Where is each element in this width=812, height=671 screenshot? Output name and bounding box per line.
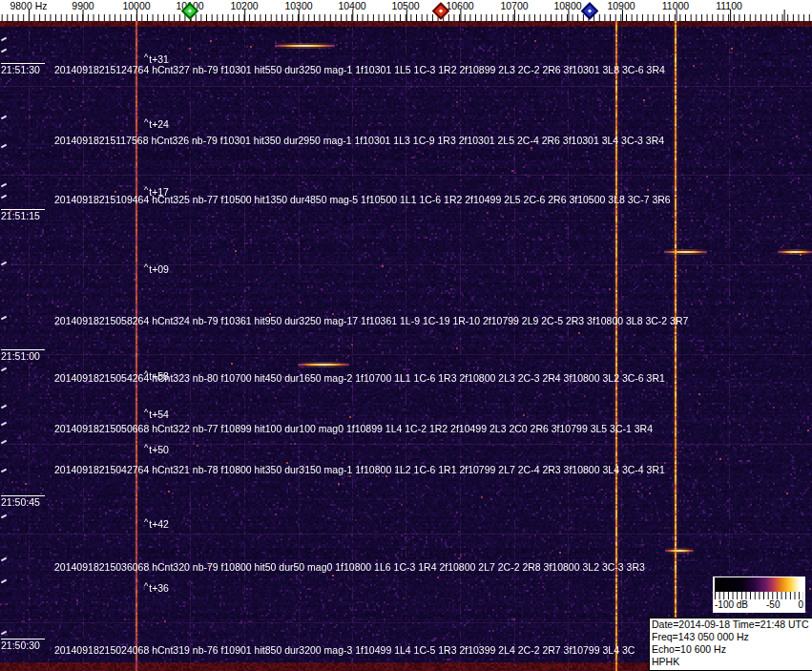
event-caret-icon: ^: [144, 581, 148, 591]
freq-axis-label: 10500: [391, 0, 419, 11]
event-offset-label: t+54: [149, 409, 169, 420]
event-offset-label: t+50: [149, 444, 169, 455]
freq-axis-label: 10400: [338, 0, 365, 11]
event-offset-label: t+36: [149, 582, 169, 594]
freq-axis-label: 11000: [662, 0, 689, 11]
info-echo: Echo=10 600 Hz: [652, 643, 812, 656]
freq-axis-label: 9800 Hz: [10, 0, 47, 11]
db-scale-ticks: [715, 592, 803, 599]
freq-axis-label: 10900: [607, 0, 635, 11]
event-time-tag: ^t+09: [144, 263, 169, 275]
event-offset-label: t+24: [149, 118, 169, 130]
info-date-time: Date=2014-09-18 Time=21:48 UTC: [652, 619, 812, 631]
freq-axis-label: 10000: [122, 0, 150, 11]
marker-blue-center-dot: [588, 9, 592, 12]
freq-axis-label: 11100: [716, 0, 742, 11]
event-caret-icon: ^: [144, 117, 148, 127]
event-offset-label: t+09: [149, 263, 169, 275]
status-info-box: Date=2014-09-18 Time=21:48 UTC Freq=143 …: [649, 618, 812, 671]
freq-axis-label: 10600: [446, 0, 473, 11]
event-time-tag: ^t+54: [144, 409, 169, 420]
freq-axis-label: 10800: [553, 0, 581, 11]
freq-axis-label: 10700: [500, 0, 528, 11]
detection-record-text: 20140918215109464 hCnt325 nb-77 f10500 h…: [54, 194, 671, 205]
event-caret-icon: ^: [144, 517, 148, 527]
marker-green-center-dot: [188, 9, 192, 12]
event-time-tag: ^t+42: [144, 518, 169, 530]
detection-record-text: 20140918215054264 hCnt323 nb-80 f10700 h…: [54, 372, 665, 384]
db-scale-legend: -100 dB -50 0: [713, 577, 805, 613]
time-axis-label: 21:51:00: [1, 349, 45, 362]
event-caret-icon: ^: [144, 408, 148, 417]
freq-axis-label: 10200: [230, 0, 258, 11]
info-frequency: Freq=143 050 000 Hz: [652, 631, 812, 643]
db-label-min: -100 dB: [715, 599, 748, 611]
event-caret-icon: ^: [144, 52, 148, 62]
marker-red-center-dot: [439, 9, 443, 12]
time-axis-label: 21:51:15: [1, 209, 45, 221]
db-label-mid: -50: [766, 599, 780, 611]
info-station-id: HPHK: [652, 656, 812, 668]
detection-record-text: 20140918215024068 hCnt319 nb-76 f10901 h…: [54, 644, 635, 656]
spectrogram-canvas: [0, 21, 812, 671]
event-time-tag: ^t+36: [144, 582, 169, 594]
detection-record-text: 20140918215117568 hCnt326 nb-79 f10301 h…: [54, 135, 664, 146]
event-time-tag: ^t+50: [144, 444, 169, 455]
time-axis-label: 21:51:30: [1, 63, 45, 75]
event-time-tag: ^t+24: [144, 118, 169, 130]
time-axis-label: 21:50:30: [1, 639, 45, 651]
event-offset-label: t+42: [149, 518, 169, 530]
freq-axis-label: 10300: [284, 0, 312, 11]
event-caret-icon: ^: [144, 443, 148, 452]
detection-record-text: 20140918215124764 hCnt327 nb-79 f10301 h…: [54, 64, 665, 75]
db-label-max: 0: [798, 599, 803, 611]
spectrogram-window: 9800 Hz990010000101001020010300104001050…: [0, 0, 812, 671]
detection-record-text: 20140918215058264 hCnt324 nb-79 f10361 h…: [54, 315, 688, 326]
detection-record-text: 20140918215050668 hCnt322 nb-77 f10899 h…: [54, 423, 653, 434]
detection-record-text: 20140918215042764 hCnt321 nb-78 f10800 h…: [54, 464, 665, 475]
detection-record-text: 20140918215036068 hCnt320 nb-79 f10800 h…: [54, 561, 645, 573]
event-caret-icon: ^: [144, 262, 148, 272]
freq-axis-label: 9900: [72, 0, 94, 11]
db-gradient-bar: [715, 577, 803, 592]
time-axis-label: 21:50:45: [1, 495, 45, 508]
frequency-axis: 9800 Hz990010000101001020010300104001050…: [0, 0, 812, 21]
